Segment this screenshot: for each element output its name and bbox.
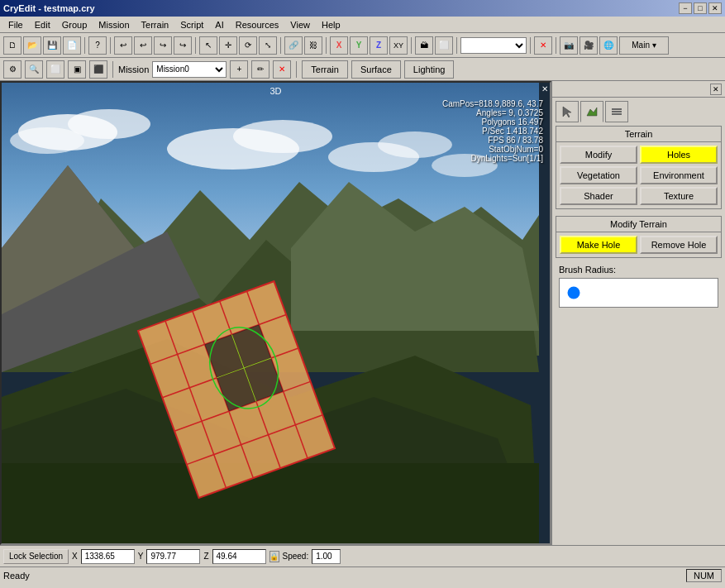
window-controls: − □ ✕ bbox=[679, 2, 722, 14]
undo-button[interactable]: ↩ bbox=[114, 36, 132, 55]
link-button[interactable]: 🔗 bbox=[284, 36, 303, 55]
menu-file[interactable]: File bbox=[3, 18, 28, 31]
shader-button[interactable]: Shader bbox=[560, 187, 637, 205]
separator-8 bbox=[530, 37, 531, 54]
separator-1 bbox=[84, 37, 85, 54]
svg-point-3 bbox=[10, 127, 84, 154]
redo-button[interactable]: ↪ bbox=[154, 36, 172, 55]
modify-terrain-grid: Make Hole Remove Hole bbox=[556, 232, 721, 257]
rotate-button[interactable]: ⟳ bbox=[239, 36, 257, 55]
open-button[interactable]: 📂 bbox=[23, 36, 41, 55]
menu-script[interactable]: Script bbox=[175, 18, 208, 31]
menu-terrain[interactable]: Terrain bbox=[136, 18, 174, 31]
menu-ai[interactable]: AI bbox=[210, 18, 228, 31]
new-button[interactable]: 🗋 bbox=[3, 36, 21, 55]
panel-tab-settings[interactable] bbox=[605, 101, 628, 122]
modify-terrain-section: Modify Terrain Make Hole Remove Hole bbox=[556, 216, 722, 258]
svg-point-2 bbox=[68, 109, 150, 139]
polygons-text: Polygons 16.497 bbox=[442, 117, 543, 127]
save-as-button[interactable]: 📄 bbox=[63, 36, 81, 55]
maximize-button[interactable]: □ bbox=[694, 2, 707, 14]
delete-button[interactable]: ✕ bbox=[534, 36, 552, 55]
menu-mission[interactable]: Mission bbox=[93, 18, 134, 31]
separator-4 bbox=[280, 37, 281, 54]
menu-help[interactable]: Help bbox=[317, 18, 346, 31]
speed-value: 1.00 bbox=[312, 549, 341, 564]
menu-group[interactable]: Group bbox=[57, 18, 93, 31]
tab-lighting[interactable]: Lighting bbox=[404, 60, 455, 79]
modify-button[interactable]: Modify bbox=[560, 146, 637, 164]
mission-edit[interactable]: ✏ bbox=[251, 60, 269, 79]
undo2-button[interactable]: ↩ bbox=[134, 36, 152, 55]
help-button[interactable]: ? bbox=[88, 36, 107, 55]
panel-tab-cursor[interactable] bbox=[556, 101, 579, 122]
x-label: X bbox=[72, 552, 78, 561]
separator-6 bbox=[411, 37, 412, 54]
brush-radius-slider[interactable] bbox=[559, 278, 718, 308]
tb2-btn3[interactable]: ⬜ bbox=[46, 60, 64, 79]
terrain-icon[interactable]: 🏔 bbox=[415, 36, 433, 55]
menu-view[interactable]: View bbox=[285, 18, 315, 31]
save-button[interactable]: 💾 bbox=[43, 36, 61, 55]
vegetation-button[interactable]: Vegetation bbox=[560, 166, 637, 184]
tb2-btn5[interactable]: ⬛ bbox=[89, 60, 107, 79]
obj-icon[interactable]: ⬜ bbox=[435, 36, 453, 55]
separator-5 bbox=[326, 37, 327, 54]
fps-text: FPS 86 / 83.78 bbox=[442, 136, 543, 145]
menu-edit[interactable]: Edit bbox=[30, 18, 55, 31]
scale-button[interactable]: ⤡ bbox=[259, 36, 277, 55]
separator-7 bbox=[456, 37, 457, 54]
make-hole-button[interactable]: Make Hole bbox=[560, 236, 637, 254]
ready-status: Ready bbox=[3, 571, 30, 581]
tab-surface[interactable]: Surface bbox=[351, 60, 401, 79]
mission-label: Mission bbox=[118, 65, 149, 74]
tb2-btn4[interactable]: ▣ bbox=[68, 60, 86, 79]
remove-hole-button[interactable]: Remove Hole bbox=[640, 236, 718, 254]
panel-close-button[interactable]: ✕ bbox=[710, 84, 722, 95]
mission-combo[interactable]: Mission0 bbox=[152, 61, 227, 78]
main-dropdown[interactable]: Main ▾ bbox=[619, 36, 669, 55]
move-button[interactable]: ✛ bbox=[219, 36, 237, 55]
minimize-button[interactable]: − bbox=[679, 2, 692, 14]
xy-axis[interactable]: XY bbox=[389, 36, 408, 55]
right-panel: ✕ Terrain Modify Holes Vegetation Enviro… bbox=[551, 81, 725, 545]
main-toolbar: 🗋 📂 💾 📄 ? ↩ ↩ ↪ ↪ ↖ ✛ ⟳ ⤡ 🔗 ⛓ X Y Z XY 🏔… bbox=[0, 33, 725, 58]
view-combo[interactable] bbox=[460, 37, 527, 54]
z-axis[interactable]: Z bbox=[370, 36, 388, 55]
menu-bar: File Edit Group Mission Terrain Script A… bbox=[0, 17, 725, 33]
main-content: 3D ✕ bbox=[0, 81, 725, 545]
svg-rect-16 bbox=[2, 463, 539, 543]
speed-label: Speed: bbox=[283, 552, 309, 561]
holes-button[interactable]: Holes bbox=[640, 146, 718, 164]
terrain-section-title: Terrain bbox=[556, 127, 721, 142]
title-bar: CryEdit - testmap.cry − □ ✕ bbox=[0, 0, 725, 17]
redo2-button[interactable]: ↪ bbox=[174, 36, 192, 55]
terrain-button-grid: Modify Holes Vegetation Environment Shad… bbox=[556, 142, 721, 208]
y-coord: 979.77 bbox=[146, 549, 200, 564]
close-button[interactable]: ✕ bbox=[708, 2, 722, 14]
panel-title-bar: ✕ bbox=[552, 81, 725, 98]
mission-add[interactable]: + bbox=[230, 60, 248, 79]
separator-t1 bbox=[112, 61, 113, 78]
tab-terrain[interactable]: Terrain bbox=[302, 60, 348, 79]
x-axis[interactable]: X bbox=[330, 36, 348, 55]
mission-delete[interactable]: ✕ bbox=[273, 60, 291, 79]
lock-selection-button[interactable]: Lock Selection bbox=[3, 549, 69, 564]
panel-tab-terrain[interactable] bbox=[580, 101, 603, 122]
viewport-3d[interactable]: 3D ✕ bbox=[0, 81, 551, 545]
app-title: CryEdit - testmap.cry bbox=[3, 3, 95, 13]
cam2-button[interactable]: 🎥 bbox=[580, 36, 598, 55]
unlink-button[interactable]: ⛓ bbox=[304, 36, 322, 55]
cam-button[interactable]: 📷 bbox=[560, 36, 578, 55]
y-axis[interactable]: Y bbox=[350, 36, 368, 55]
statobj-text: StatObjNum=0 bbox=[442, 145, 543, 154]
viewport-close-btn[interactable]: ✕ bbox=[541, 84, 548, 93]
tb2-btn1[interactable]: ⚙ bbox=[3, 60, 21, 79]
tb2-btn2[interactable]: 🔍 bbox=[25, 60, 43, 79]
separator-t2 bbox=[296, 61, 297, 78]
environment-button[interactable]: Environment bbox=[640, 166, 718, 184]
select-button[interactable]: ↖ bbox=[199, 36, 217, 55]
terrain-btn2[interactable]: 🌐 bbox=[599, 36, 618, 55]
menu-resources[interactable]: Resources bbox=[231, 18, 284, 31]
texture-button[interactable]: Texture bbox=[640, 187, 718, 205]
